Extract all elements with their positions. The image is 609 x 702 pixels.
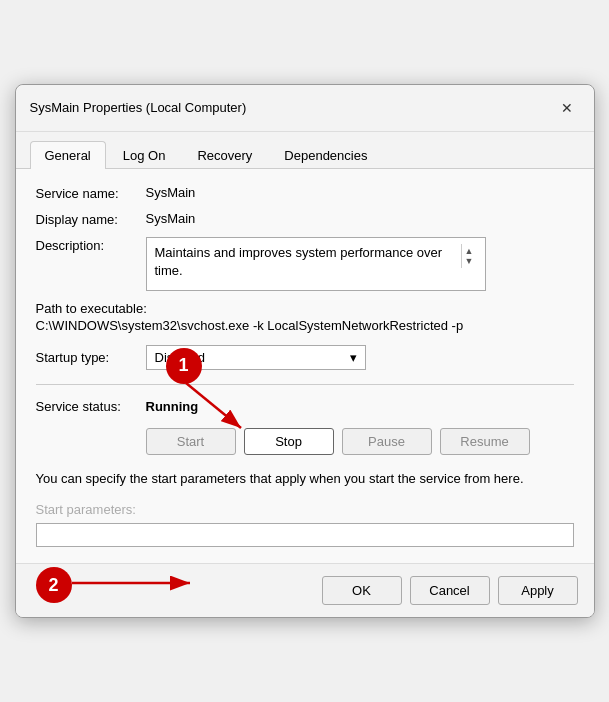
tab-dependencies[interactable]: Dependencies: [269, 141, 382, 169]
close-button[interactable]: ✕: [554, 95, 580, 121]
footer: 2 OK Cancel Apply: [16, 563, 594, 617]
path-label: Path to executable:: [36, 301, 574, 316]
window-title: SysMain Properties (Local Computer): [30, 100, 247, 115]
service-name-label: Service name:: [36, 185, 146, 201]
properties-window: SysMain Properties (Local Computer) ✕ Ge…: [15, 84, 595, 619]
display-name-value: SysMain: [146, 211, 196, 226]
service-status-row: Service status: Running: [36, 399, 574, 414]
stop-button[interactable]: Stop: [244, 428, 334, 455]
title-bar: SysMain Properties (Local Computer) ✕: [16, 85, 594, 132]
description-value: Maintains and improves system performanc…: [155, 244, 461, 280]
scroll-up-icon[interactable]: ▲: [465, 246, 474, 256]
path-section: Path to executable: C:\WINDOWS\system32\…: [36, 301, 574, 333]
params-input[interactable]: [36, 523, 574, 547]
badge-2: 2: [36, 567, 72, 603]
badge1-container: 1: [166, 348, 202, 384]
service-status-label: Service status:: [36, 399, 146, 414]
cancel-button[interactable]: Cancel: [410, 576, 490, 605]
path-value: C:\WINDOWS\system32\svchost.exe -k Local…: [36, 318, 574, 333]
tab-content: Service name: SysMain Display name: SysM…: [16, 169, 594, 564]
badge2-container: 2: [36, 567, 72, 603]
dropdown-arrow-icon: ▾: [350, 350, 357, 365]
startup-type-row: Startup type: Disabled ▾: [36, 345, 574, 370]
description-label: Description:: [36, 237, 146, 253]
description-scrollbar[interactable]: ▲ ▼: [461, 244, 477, 268]
divider: [36, 384, 574, 385]
service-buttons-row: Start Stop Pause Resume 1: [36, 428, 574, 455]
params-label: Start parameters:: [36, 502, 574, 517]
scroll-down-icon[interactable]: ▼: [465, 256, 474, 266]
service-name-row: Service name: SysMain: [36, 185, 574, 201]
resume-button[interactable]: Resume: [440, 428, 530, 455]
tab-general[interactable]: General: [30, 141, 106, 169]
description-box: Maintains and improves system performanc…: [146, 237, 486, 291]
arrow-2: [72, 571, 202, 601]
service-name-value: SysMain: [146, 185, 196, 200]
tab-recovery[interactable]: Recovery: [182, 141, 267, 169]
arrow-1: [176, 378, 256, 433]
hint-text: You can specify the start parameters tha…: [36, 469, 574, 489]
description-row: Description: Maintains and improves syst…: [36, 237, 574, 291]
display-name-row: Display name: SysMain: [36, 211, 574, 227]
svg-line-1: [186, 383, 241, 428]
display-name-label: Display name:: [36, 211, 146, 227]
startup-type-label: Startup type:: [36, 350, 146, 365]
tab-bar: General Log On Recovery Dependencies: [16, 132, 594, 169]
apply-button[interactable]: Apply: [498, 576, 578, 605]
pause-button[interactable]: Pause: [342, 428, 432, 455]
tab-logon[interactable]: Log On: [108, 141, 181, 169]
ok-button[interactable]: OK: [322, 576, 402, 605]
